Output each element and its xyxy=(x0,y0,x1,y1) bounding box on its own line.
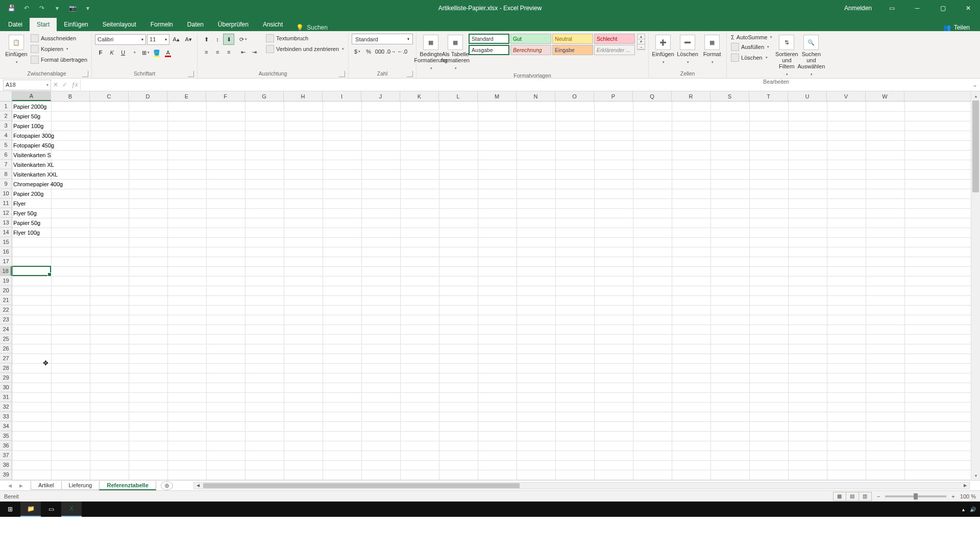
row-header-38[interactable]: 38 xyxy=(0,460,12,470)
format-cells-button[interactable]: ▦Format xyxy=(701,34,723,65)
sheet-prev-icon[interactable]: ◀ xyxy=(8,483,12,488)
taskbar-excel[interactable]: X xyxy=(61,502,82,517)
style-berechnung[interactable]: Berechnung xyxy=(510,45,551,55)
format-as-table-button[interactable]: ▦Als Tabelle formatieren xyxy=(444,34,467,71)
sheet-tab-lieferung[interactable]: Lieferung xyxy=(61,481,100,490)
cell-A13[interactable]: Papier 50g xyxy=(12,218,114,228)
row-header-33[interactable]: 33 xyxy=(0,412,12,421)
name-box[interactable]: A18▾ xyxy=(3,80,51,90)
minimize-button[interactable]: ─ xyxy=(905,0,929,16)
row-header-13[interactable]: 13 xyxy=(0,218,12,228)
tab-view[interactable]: Ansicht xyxy=(256,18,290,31)
row-header-20[interactable]: 20 xyxy=(0,286,12,295)
merge-center-button[interactable]: Verbinden und zentrieren xyxy=(265,44,345,54)
clear-button[interactable]: Löschen xyxy=(730,53,773,62)
sheet-nav-arrows[interactable]: ◀▶ xyxy=(0,483,31,488)
font-color-button[interactable]: A xyxy=(162,47,174,58)
tell-me-search[interactable]: 💡 Suchen xyxy=(290,24,334,31)
row-header-27[interactable]: 27 xyxy=(0,354,12,363)
row-header-23[interactable]: 23 xyxy=(0,315,12,324)
style-erklaerender[interactable]: Erklärender ... xyxy=(594,45,635,55)
col-header-G[interactable]: G xyxy=(245,91,284,101)
normal-view-button[interactable]: ▦ xyxy=(833,492,846,501)
font-name-select[interactable]: Calibri▾ xyxy=(95,34,146,45)
redo-icon[interactable]: ↷ xyxy=(37,3,47,13)
qat-more-icon[interactable]: ▾ xyxy=(52,3,62,13)
maximize-button[interactable]: ▢ xyxy=(931,0,954,16)
ribbon-display-icon[interactable]: ▭ xyxy=(880,0,903,16)
italic-button[interactable]: K xyxy=(106,47,117,58)
accounting-format-button[interactable]: $ xyxy=(352,46,363,57)
row-header-24[interactable]: 24 xyxy=(0,324,12,334)
number-format-select[interactable]: Standard▾ xyxy=(352,34,413,44)
row-header-31[interactable]: 31 xyxy=(0,392,12,402)
zoom-in-button[interactable]: + xyxy=(951,493,954,499)
row-header-14[interactable]: 14 xyxy=(0,228,12,237)
touch-mode-icon[interactable]: 📷 xyxy=(67,3,78,13)
insert-function-icon[interactable]: ƒx xyxy=(71,81,78,88)
decrease-font-button[interactable]: A▾ xyxy=(183,34,194,45)
add-sheet-button[interactable]: ⊕ xyxy=(161,481,173,490)
close-button[interactable]: ✕ xyxy=(957,0,980,16)
row-header-21[interactable]: 21 xyxy=(0,295,12,305)
vscroll-thumb[interactable] xyxy=(972,101,979,192)
cell-A11[interactable]: Flyer xyxy=(12,198,114,208)
col-header-B[interactable]: B xyxy=(51,91,90,101)
tab-formulas[interactable]: Formeln xyxy=(143,18,180,31)
col-header-L[interactable]: L xyxy=(439,91,478,101)
style-eingabe[interactable]: Eingabe xyxy=(552,45,593,55)
row-header-37[interactable]: 37 xyxy=(0,450,12,460)
formula-input[interactable] xyxy=(80,80,970,90)
col-header-E[interactable]: E xyxy=(167,91,206,101)
group-label-font[interactable]: Schriftart xyxy=(95,69,194,78)
zoom-handle[interactable] xyxy=(914,493,918,499)
scroll-up-button[interactable]: ▴ xyxy=(971,91,980,101)
wrap-text-button[interactable]: Textumbruch xyxy=(265,34,345,43)
delete-cells-button[interactable]: ➖Löschen xyxy=(676,34,699,65)
cell-A8[interactable]: Visitenkarten XXL xyxy=(12,169,114,179)
tab-data[interactable]: Daten xyxy=(180,18,211,31)
align-left-button[interactable]: ≡ xyxy=(201,46,212,58)
col-header-F[interactable]: F xyxy=(206,91,245,101)
sheet-tab-referenztabelle[interactable]: Referenztabelle xyxy=(99,481,156,490)
thousands-format-button[interactable]: 000 xyxy=(374,46,385,57)
col-header-Q[interactable]: Q xyxy=(633,91,672,101)
cell-A5[interactable]: Fotopapier 450g xyxy=(12,140,114,150)
col-header-U[interactable]: U xyxy=(788,91,827,101)
col-header-M[interactable]: M xyxy=(478,91,517,101)
row-header-4[interactable]: 4 xyxy=(0,131,12,140)
style-gut[interactable]: Gut xyxy=(510,34,551,44)
share-button[interactable]: 👥 Teilen xyxy=(933,24,980,31)
col-header-R[interactable]: R xyxy=(672,91,710,101)
decrease-indent-button[interactable]: ⇤ xyxy=(237,46,249,58)
group-label-clipboard[interactable]: Zwischenablage xyxy=(5,69,88,78)
increase-decimal-button[interactable]: .0→ xyxy=(385,46,397,57)
style-neutral[interactable]: Neutral xyxy=(552,34,593,44)
row-header-8[interactable]: 8 xyxy=(0,169,12,179)
scroll-down-button[interactable]: ▾ xyxy=(971,471,980,480)
row-header-10[interactable]: 10 xyxy=(0,189,12,198)
fill-button[interactable]: Ausfüllen xyxy=(730,42,773,52)
sheet-tab-artikel[interactable]: Artikel xyxy=(31,481,62,490)
row-header-3[interactable]: 3 xyxy=(0,121,12,131)
fill-color-button[interactable]: 🪣 xyxy=(151,47,162,58)
hscroll-thumb[interactable] xyxy=(203,483,520,488)
autosum-button[interactable]: ΣAutoSumme xyxy=(730,34,773,41)
tab-file[interactable]: Datei xyxy=(1,18,30,31)
percent-format-button[interactable]: % xyxy=(363,46,374,57)
increase-font-button[interactable]: A▴ xyxy=(170,34,182,45)
row-header-22[interactable]: 22 xyxy=(0,305,12,315)
row-header-28[interactable]: 28 xyxy=(0,363,12,373)
zoom-level[interactable]: 100 % xyxy=(960,493,976,499)
cell-A10[interactable]: Papier 200g xyxy=(12,189,114,198)
align-bottom-button[interactable]: ⬇ xyxy=(223,34,234,45)
row-header-32[interactable]: 32 xyxy=(0,402,12,412)
find-select-button[interactable]: 🔍Suchen und Auswählen xyxy=(800,34,822,78)
row-header-12[interactable]: 12 xyxy=(0,208,12,218)
format-painter-button[interactable]: Format übertragen xyxy=(30,55,88,64)
row-header-2[interactable]: 2 xyxy=(0,111,12,121)
tab-pagelayout[interactable]: Seitenlayout xyxy=(95,18,143,31)
select-all-corner[interactable] xyxy=(0,91,12,102)
row-header-1[interactable]: 1 xyxy=(0,102,12,111)
conditional-formatting-button[interactable]: ▦Bedingte Formatierung xyxy=(420,34,442,71)
